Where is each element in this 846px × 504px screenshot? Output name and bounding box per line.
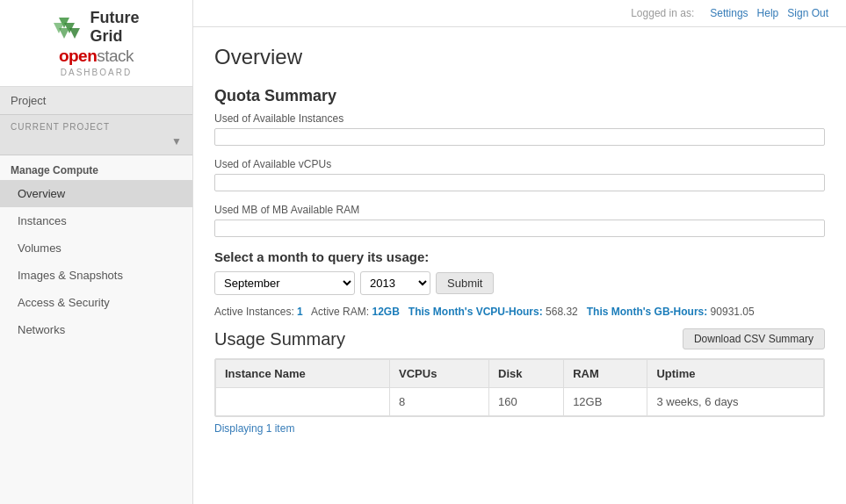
current-project-section: CURRENT PROJECT ▼ bbox=[0, 115, 192, 155]
usage-table: Instance Name VCPUs Disk RAM Uptime 8 16… bbox=[215, 359, 824, 416]
year-select-wrapper: 2013 2014 bbox=[360, 271, 430, 295]
gb-hours-label: This Month's GB-Hours: bbox=[587, 306, 708, 318]
help-link[interactable]: Help bbox=[757, 7, 779, 19]
openstack-label: openstack bbox=[9, 47, 184, 66]
quota-vcpus-bar bbox=[214, 174, 825, 191]
sidebar-item-volumes[interactable]: Volumes bbox=[0, 234, 192, 262]
topbar: Logged in as: Settings Help Sign Out bbox=[193, 0, 846, 27]
svg-marker-4 bbox=[59, 28, 69, 39]
quota-ram-bar bbox=[214, 220, 825, 237]
quota-summary-title: Quota Summary bbox=[214, 87, 825, 105]
future-grid-icon bbox=[54, 11, 87, 44]
quota-instances-bar bbox=[214, 128, 825, 146]
quota-vcpus-label: Used of Available vCPUs bbox=[214, 158, 825, 170]
brand-text: Future Grid bbox=[90, 9, 140, 45]
settings-link[interactable]: Settings bbox=[710, 7, 748, 19]
displaying-label: Displaying 1 item bbox=[214, 422, 825, 435]
month-query-controls: September October November December 2013… bbox=[214, 271, 825, 295]
brand-grid: Grid bbox=[90, 27, 123, 45]
vcpu-hours-label: This Month's VCPU-Hours: bbox=[409, 306, 543, 318]
quota-instances-label: Used of Available Instances bbox=[214, 112, 825, 125]
active-info: Active Instances: 1 Active RAM: 12GB Thi… bbox=[214, 306, 825, 318]
table-header: Instance Name VCPUs Disk RAM Uptime bbox=[216, 360, 824, 388]
month-select-wrapper: September October November December bbox=[214, 271, 355, 295]
col-instance-name: Instance Name bbox=[216, 360, 390, 388]
col-uptime: Uptime bbox=[647, 360, 824, 388]
active-instances-value: 1 bbox=[297, 306, 303, 318]
usage-table-container: Instance Name VCPUs Disk RAM Uptime 8 16… bbox=[214, 358, 825, 417]
usage-title: Usage Summary bbox=[214, 329, 345, 349]
submit-button[interactable]: Submit bbox=[436, 272, 494, 294]
gb-hours-value: 90931.05 bbox=[711, 306, 755, 318]
current-project-label: CURRENT PROJECT bbox=[11, 122, 182, 132]
usage-section-header: Usage Summary Download CSV Summary bbox=[214, 328, 825, 349]
sidebar-item-access-security[interactable]: Access & Security bbox=[0, 289, 192, 316]
month-select[interactable]: September October November December bbox=[214, 271, 355, 295]
month-query-section: Select a month to query its usage: Septe… bbox=[214, 249, 825, 295]
usage-table-body: 8 160 12GB 3 weeks, 6 days bbox=[216, 388, 824, 416]
month-query-title: Select a month to query its usage: bbox=[214, 249, 825, 264]
project-tab[interactable]: Project bbox=[0, 87, 192, 115]
logged-in-label: Logged in as: bbox=[631, 7, 694, 19]
cell-uptime: 3 weeks, 6 days bbox=[647, 388, 824, 416]
active-ram-value: 12GB bbox=[372, 306, 399, 318]
col-disk: Disk bbox=[489, 360, 564, 388]
cell-ram: 12GB bbox=[564, 388, 647, 416]
sidebar-item-networks[interactable]: Networks bbox=[0, 316, 192, 343]
active-instances-label: Active Instances: bbox=[214, 306, 294, 318]
current-project-dropdown[interactable]: ▼ bbox=[11, 135, 182, 148]
page-title: Overview bbox=[214, 45, 825, 69]
sidebar: Future Grid openstack DASHBOARD Project … bbox=[0, 0, 193, 504]
cell-disk: 160 bbox=[489, 388, 564, 416]
manage-compute-label: Manage Compute bbox=[0, 155, 192, 180]
cell-instance-name bbox=[216, 388, 390, 416]
sidebar-item-overview[interactable]: Overview bbox=[0, 180, 192, 207]
active-ram-label: Active RAM: bbox=[311, 306, 369, 318]
quota-ram-label: Used MB of MB Available RAM bbox=[214, 204, 825, 216]
sidebar-item-images-snapshots[interactable]: Images & Snapshots bbox=[0, 262, 192, 289]
sign-out-link[interactable]: Sign Out bbox=[787, 7, 828, 19]
table-row: 8 160 12GB 3 weeks, 6 days bbox=[216, 388, 824, 416]
vcpu-hours-value: 568.32 bbox=[546, 306, 578, 318]
cell-vcpus: 8 bbox=[390, 388, 489, 416]
brand-future: Future bbox=[90, 9, 140, 26]
svg-marker-2 bbox=[69, 28, 80, 39]
main-content: Logged in as: Settings Help Sign Out Ove… bbox=[193, 0, 846, 504]
logo-area: Future Grid openstack DASHBOARD bbox=[0, 0, 192, 87]
chevron-down-icon: ▼ bbox=[171, 135, 182, 148]
content-area: Overview Quota Summary Used of Available… bbox=[193, 27, 846, 504]
fg-logo: Future Grid bbox=[9, 9, 184, 45]
col-vcpus: VCPUs bbox=[390, 360, 489, 388]
year-select[interactable]: 2013 2014 bbox=[360, 271, 430, 295]
dashboard-label: DASHBOARD bbox=[9, 68, 184, 77]
csv-button[interactable]: Download CSV Summary bbox=[683, 328, 825, 349]
col-ram: RAM bbox=[564, 360, 647, 388]
sidebar-item-instances[interactable]: Instances bbox=[0, 207, 192, 234]
